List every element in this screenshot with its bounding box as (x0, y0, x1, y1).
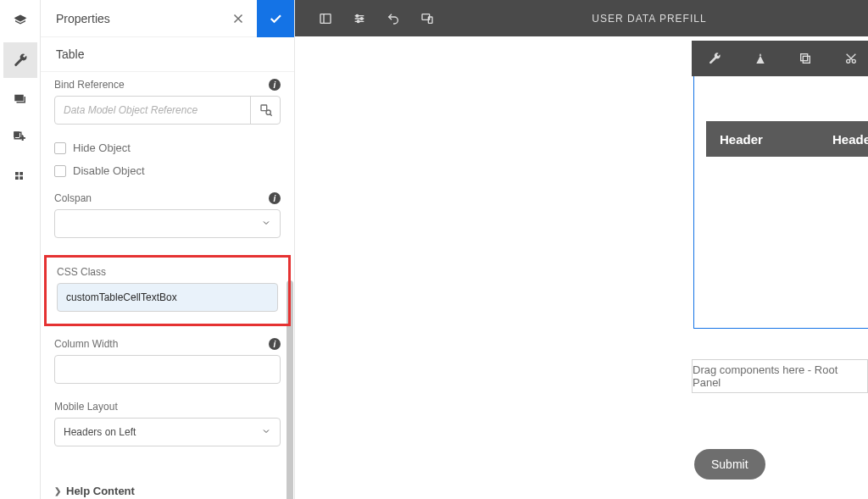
bind-reference-input[interactable] (54, 96, 281, 125)
root-panel-dropzone[interactable]: Drag components here - Root Panel (692, 359, 868, 393)
sidepanel-toggle-icon[interactable] (309, 0, 342, 36)
disable-object-checkbox[interactable] (54, 165, 66, 177)
wrench-icon[interactable] (3, 42, 37, 78)
mobile-layout-select[interactable]: Headers on Left (54, 418, 281, 446)
hide-object-checkbox[interactable] (54, 142, 66, 154)
device-preview-icon[interactable] (410, 0, 444, 36)
dropzone-label: Drag components here - Root Panel (693, 363, 867, 389)
svg-rect-2 (320, 14, 331, 23)
colspan-select[interactable] (54, 209, 281, 238)
column-width-label: Column Width (54, 338, 118, 350)
top-toolbar: USER DATA PREFILL (295, 0, 868, 36)
submit-button[interactable]: Submit (694, 449, 765, 480)
copy-icon[interactable] (782, 41, 828, 76)
sliders-icon[interactable] (342, 0, 376, 36)
browse-model-icon[interactable] (250, 96, 281, 125)
configure-icon[interactable] (692, 41, 737, 76)
info-icon[interactable]: i (269, 338, 281, 350)
table-component[interactable]: Header Header Table (693, 75, 868, 329)
info-icon[interactable]: i (269, 192, 281, 204)
cut-icon[interactable] (828, 41, 868, 76)
svg-rect-0 (261, 105, 267, 111)
hide-object-row: Hide Object (54, 141, 281, 154)
hide-object-label: Hide Object (73, 141, 131, 154)
css-class-highlight: CSS Class (44, 255, 291, 326)
column-width-input[interactable] (54, 355, 281, 384)
svg-rect-9 (801, 54, 808, 61)
chevron-right-icon: ❯ (54, 486, 61, 496)
table-header-row[interactable]: Header Header (706, 121, 868, 157)
disable-object-label: Disable Object (73, 164, 145, 177)
info-icon[interactable]: i (269, 79, 281, 91)
panel-scroll-area: Bind Reference i Hide Object (41, 72, 294, 499)
chevron-down-icon (261, 426, 271, 439)
rules-icon[interactable] (737, 41, 783, 76)
properties-panel: Properties Table Bind Reference i (41, 0, 295, 499)
mobile-layout-label: Mobile Layout (54, 401, 118, 413)
mobile-layout-value: Headers on Left (64, 426, 136, 438)
layers-icon[interactable] (3, 3, 37, 39)
css-class-input[interactable] (57, 283, 278, 312)
context-toolbar (692, 41, 868, 76)
chevron-down-icon (261, 218, 271, 230)
help-content-section[interactable]: ❯ Help Content (54, 474, 281, 499)
colspan-group: Colspan i (54, 192, 281, 238)
done-button[interactable] (257, 0, 294, 37)
mobile-layout-group: Mobile Layout Headers on Left (54, 401, 281, 446)
colspan-label: Colspan (54, 192, 92, 204)
assets-icon[interactable] (3, 81, 37, 117)
svg-rect-8 (804, 56, 810, 63)
canvas-area: USER DATA PREFILL Header Header Table Dr… (295, 0, 868, 499)
close-button[interactable] (220, 0, 257, 37)
icon-rail (0, 0, 41, 499)
bind-reference-group: Bind Reference i (54, 79, 281, 125)
svg-point-5 (357, 20, 359, 23)
component-type-label: Table (41, 37, 294, 72)
table-header-cell[interactable]: Header (706, 132, 819, 147)
page-title: USER DATA PREFILL (444, 13, 854, 25)
svg-point-3 (356, 14, 359, 17)
column-width-group: Column Width i (54, 338, 281, 384)
help-content-label: Help Content (66, 485, 135, 497)
undo-icon[interactable] (376, 0, 410, 36)
library-icon[interactable] (3, 159, 37, 195)
svg-point-1 (266, 110, 270, 114)
disable-object-row: Disable Object (54, 164, 281, 177)
bind-reference-label: Bind Reference (54, 79, 125, 91)
table-header-cell[interactable]: Header (819, 132, 868, 147)
add-panel-icon[interactable] (3, 120, 37, 156)
css-class-label: CSS Class (57, 266, 106, 278)
panel-title: Properties (56, 12, 110, 25)
svg-point-4 (360, 17, 363, 19)
